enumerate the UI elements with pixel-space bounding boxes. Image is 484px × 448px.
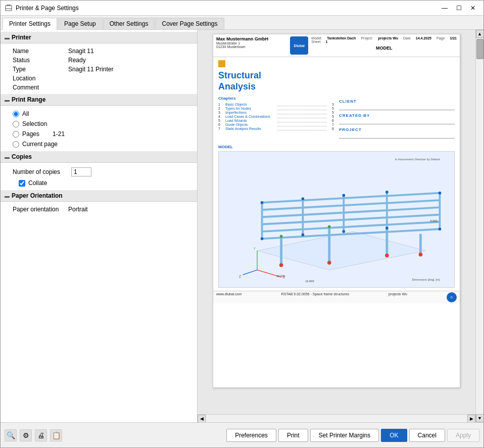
radio-selection-label[interactable]: Selection xyxy=(22,120,47,127)
tab-printer-settings[interactable]: Printer Settings xyxy=(3,18,57,30)
paper-orientation-value: Portrait xyxy=(68,206,88,213)
preferences-button[interactable]: Preferences xyxy=(226,429,276,442)
printer-name-label: Name xyxy=(13,48,68,55)
ok-button[interactable]: OK xyxy=(381,429,407,442)
printer-type-label: Type xyxy=(13,66,68,73)
cancel-button[interactable]: Cancel xyxy=(409,429,445,442)
num-copies-input[interactable] xyxy=(71,167,91,176)
orange-decoration xyxy=(218,60,225,67)
vscroll-down-btn[interactable]: ▼ xyxy=(476,414,484,422)
radio-current-page-row: Current page xyxy=(1,139,197,149)
printer-section-header[interactable]: ▬ Printer xyxy=(1,32,197,43)
tab-other-settings[interactable]: Other Settings xyxy=(103,18,155,29)
copy-icon-btn[interactable]: 📋 xyxy=(50,429,62,441)
svg-point-27 xyxy=(342,194,345,197)
chapters-col: Chapters 1 Basic Objects 3 2 Types for N… xyxy=(218,96,334,142)
chapter-dots xyxy=(277,119,327,122)
copies-section-header[interactable]: ▬ Copies xyxy=(1,151,197,163)
hscroll-track[interactable] xyxy=(206,415,467,423)
tab-page-setup[interactable]: Page Setup xyxy=(58,18,103,29)
chapters-section: Chapters 1 Basic Objects 3 2 Types for N… xyxy=(218,96,334,130)
minimize-button[interactable]: — xyxy=(438,3,451,13)
close-button[interactable]: ✕ xyxy=(466,3,479,13)
chapter-title: Load Wizards xyxy=(225,119,275,122)
radio-current-page[interactable] xyxy=(13,141,19,148)
chapter-dots xyxy=(277,111,327,114)
svg-point-23 xyxy=(385,254,389,258)
project-section-title: PROJECT xyxy=(339,127,455,132)
radio-selection[interactable] xyxy=(13,121,19,127)
taskbar-icons: 🔍 ⚙ 🖨 📋 xyxy=(5,429,62,441)
chapter-row: 3 Imperfections 5 xyxy=(218,111,334,114)
search-icon-btn[interactable]: 🔍 xyxy=(5,429,17,441)
chapter-row: 1 Basic Objects 3 xyxy=(218,103,334,106)
print-button[interactable]: Print xyxy=(278,429,308,442)
meta-info: Model: Tankstellen Dach Project: project… xyxy=(311,36,457,51)
preview-hscrollbar: ◀ ▶ xyxy=(198,414,475,422)
preview-footer: www.dlubal.com RSTAB 9.02.0056 - Space f… xyxy=(213,291,460,303)
vscroll-up-btn[interactable]: ▲ xyxy=(476,30,484,38)
set-printer-margins-button[interactable]: Set Printer Margins xyxy=(310,429,379,442)
vscroll-thumb[interactable] xyxy=(476,39,483,59)
num-copies-row: Number of copies xyxy=(1,166,197,178)
chapter-title: Types for Nodes xyxy=(225,107,275,110)
paper-orientation-section-label: Paper Orientation xyxy=(12,192,63,199)
paper-orientation-label: Paper orientation xyxy=(13,206,68,213)
page-value: 1/21 xyxy=(450,36,457,40)
svg-text:15.000: 15.000 xyxy=(276,275,285,278)
radio-all-label[interactable]: All xyxy=(22,110,29,117)
client-separator xyxy=(339,110,455,110)
struct-title-line1: Structural xyxy=(218,70,261,80)
chapter-dots xyxy=(277,115,327,118)
dlubal-logo: Dlubal xyxy=(290,36,308,55)
printer-comment-row: Comment xyxy=(1,83,197,92)
bottom-buttons: Preferences Print Set Printer Margins OK… xyxy=(226,429,479,442)
collate-checkbox[interactable] xyxy=(19,180,25,187)
print-icon-btn[interactable]: 🖨 xyxy=(35,429,47,441)
vscroll-track[interactable] xyxy=(476,38,483,414)
svg-text:In Axonometric Direction by De: In Axonometric Direction by Default xyxy=(395,158,440,161)
sheet-value: 1 xyxy=(326,40,328,43)
right-sections-col: CLIENT CREATED BY PROJECT xyxy=(339,96,455,142)
left-panel: ▬ Printer Name Snagit 11 Status Ready Ty… xyxy=(1,30,198,422)
printer-type-value: Snagit 11 Printer xyxy=(68,66,113,73)
created-by-separator xyxy=(339,124,455,124)
chapter-num: 2 xyxy=(218,107,223,110)
chapter-page: 8 xyxy=(329,127,334,130)
printer-section-content: Name Snagit 11 Status Ready Type Snagit … xyxy=(1,44,197,94)
copies-section-content: Number of copies Collate xyxy=(1,164,197,190)
section-model-label: MODEL xyxy=(311,46,457,51)
chapter-page: 5 xyxy=(329,115,334,118)
company-info: Max Mustermann GmbH Musterstraße 1 01234… xyxy=(216,36,287,49)
hscroll-left-btn[interactable]: ◀ xyxy=(198,415,206,423)
settings-icon-btn[interactable]: ⚙ xyxy=(20,429,32,441)
printer-name-row: Name Snagit 11 xyxy=(1,47,197,56)
svg-rect-1 xyxy=(7,5,11,6)
svg-text:6.000: 6.000 xyxy=(430,219,437,222)
hscroll-right-btn[interactable]: ▶ xyxy=(467,415,475,423)
two-col-layout: Chapters 1 Basic Objects 3 2 Types for N… xyxy=(218,96,455,142)
preview-scroll[interactable]: Max Mustermann GmbH Musterstraße 1 01234… xyxy=(198,30,475,414)
print-range-section-header[interactable]: ▬ Print Range xyxy=(1,94,197,106)
chapter-title: Static Analysis Results xyxy=(225,127,275,130)
collate-label[interactable]: Collate xyxy=(28,180,47,187)
preview-vscrollbar: ▲ ▼ xyxy=(475,30,483,422)
printer-name-value: Snagit 11 xyxy=(68,48,94,55)
radio-pages-label[interactable]: Pages xyxy=(22,130,39,138)
radio-current-page-label[interactable]: Current page xyxy=(22,141,58,148)
apply-button[interactable]: Apply xyxy=(447,429,479,442)
tab-cover-page-settings[interactable]: Cover Page Settings xyxy=(155,18,224,29)
chapter-page: 7 xyxy=(329,123,334,126)
project-separator xyxy=(339,138,455,139)
model-value: Tankstellen Dach xyxy=(327,36,356,40)
restore-button[interactable]: ☐ xyxy=(452,3,465,13)
radio-pages[interactable] xyxy=(13,131,19,138)
chapter-num: 1 xyxy=(218,103,223,106)
radio-all[interactable] xyxy=(13,111,19,117)
radio-selection-row: Selection xyxy=(1,119,197,129)
copies-toggle-icon: ▬ xyxy=(5,154,10,160)
paper-orientation-section-header[interactable]: ▬ Paper Orientation xyxy=(1,190,197,202)
model-section: MODEL In Axonometric Direction by Defaul… xyxy=(218,145,455,288)
printer-toggle-icon: ▬ xyxy=(5,35,10,40)
collate-row: Collate xyxy=(1,178,197,188)
